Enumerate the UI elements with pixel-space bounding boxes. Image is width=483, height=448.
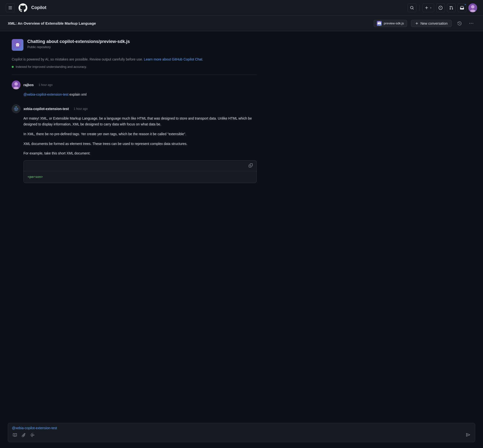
svg-point-4 bbox=[17, 44, 17, 45]
notification-dot bbox=[464, 4, 466, 6]
mention-tool-button[interactable] bbox=[30, 432, 35, 439]
book-tool-button[interactable] bbox=[12, 432, 18, 439]
bot-message-body: Arr matey! XML, or Extensible Markup Lan… bbox=[23, 116, 257, 183]
svg-point-5 bbox=[18, 44, 19, 45]
repo-name: preview-sdk.js bbox=[384, 21, 404, 25]
input-tools bbox=[12, 432, 35, 439]
indexed-dot bbox=[12, 66, 14, 68]
repo-info-text: Chatting about copilot-extensions/previe… bbox=[27, 39, 130, 49]
svg-point-8 bbox=[14, 82, 18, 86]
hamburger-button[interactable] bbox=[6, 3, 15, 12]
svg-rect-6 bbox=[17, 45, 18, 45]
indexed-badge: Indexed for improved understanding and a… bbox=[12, 65, 257, 69]
repo-badge: preview-sdk.js bbox=[374, 20, 407, 27]
disclaimer-text: Copilot is powered by AI, so mistakes ar… bbox=[12, 57, 143, 61]
code-block-header bbox=[24, 161, 257, 171]
user-message-suffix: explain xml bbox=[69, 92, 87, 96]
input-area: @xebia-copilot-extension-test bbox=[8, 423, 475, 442]
input-mention: @xebia-copilot-extension-test bbox=[12, 426, 471, 430]
app-title: Copilot bbox=[31, 5, 46, 10]
user-author: rajbos bbox=[23, 83, 34, 87]
svg-point-15 bbox=[16, 106, 16, 107]
user-message-body: @xebia-copilot-extension-test explain xm… bbox=[23, 92, 257, 98]
bot-para-2: In XML, there be no pre-defined tags. Ye… bbox=[23, 131, 257, 137]
code-block: <person> bbox=[23, 160, 257, 183]
bot-message: xebia-copilot-extension-test 1 hour ago … bbox=[12, 104, 257, 183]
repo-avatar bbox=[12, 39, 23, 51]
copy-code-button[interactable] bbox=[248, 163, 254, 169]
repo-badge-icon bbox=[377, 21, 382, 26]
top-nav-right bbox=[408, 3, 477, 12]
user-message-header: rajbos 1 hour ago bbox=[12, 81, 257, 89]
send-button[interactable] bbox=[465, 432, 471, 439]
section-separator bbox=[12, 74, 257, 75]
bot-time: 1 hour ago bbox=[74, 107, 88, 111]
user-message-avatar bbox=[12, 81, 21, 89]
bot-author: xebia-copilot-extension-test bbox=[23, 107, 69, 111]
input-toolbar bbox=[12, 432, 471, 439]
create-button[interactable] bbox=[422, 3, 434, 12]
svg-point-13 bbox=[17, 108, 18, 109]
code-content: <person> bbox=[24, 171, 257, 183]
search-button[interactable] bbox=[408, 3, 416, 12]
main-content: Chatting about copilot-extensions/previe… bbox=[0, 31, 268, 198]
top-nav-left: Copilot bbox=[6, 3, 404, 12]
repo-heading: Chatting about copilot-extensions/previe… bbox=[27, 39, 130, 44]
disclaimer-link[interactable]: Learn more about GitHub Copilot Chat. bbox=[144, 57, 203, 61]
user-avatar bbox=[468, 3, 477, 12]
svg-point-12 bbox=[15, 108, 16, 109]
bot-para-3: XML documents be formed as element trees… bbox=[23, 141, 257, 147]
inbox-button[interactable] bbox=[458, 3, 466, 12]
page-title: XML: An Overview of Extensible Markup La… bbox=[8, 21, 370, 25]
code-tag: <person> bbox=[28, 175, 43, 179]
issues-button[interactable] bbox=[436, 3, 445, 12]
sub-header: XML: An Overview of Extensible Markup La… bbox=[0, 16, 483, 31]
user-avatar-button[interactable] bbox=[468, 3, 477, 12]
svg-point-1 bbox=[471, 5, 474, 9]
user-message: rajbos 1 hour ago @xebia-copilot-extensi… bbox=[12, 81, 257, 98]
disclaimer: Copilot is powered by AI, so mistakes ar… bbox=[12, 57, 257, 62]
new-conversation-label: New conversation bbox=[421, 21, 448, 25]
attach-tool-button[interactable] bbox=[21, 432, 27, 439]
repo-info-section: Chatting about copilot-extensions/previe… bbox=[12, 39, 257, 51]
bot-message-header: xebia-copilot-extension-test 1 hour ago bbox=[12, 104, 257, 113]
user-mention-link[interactable]: @xebia-copilot-extension-test bbox=[23, 92, 69, 96]
bot-para-4: For example, take this short XML documen… bbox=[23, 151, 257, 156]
nav-divider bbox=[419, 5, 420, 11]
bot-para-1: Arr matey! XML, or Extensible Markup Lan… bbox=[23, 116, 257, 127]
new-conversation-button[interactable]: New conversation bbox=[411, 20, 452, 27]
pullrequest-button[interactable] bbox=[447, 3, 456, 12]
more-options-button[interactable] bbox=[467, 20, 475, 27]
indexed-text: Indexed for improved understanding and a… bbox=[16, 65, 87, 69]
user-message-text: @xebia-copilot-extension-test explain xm… bbox=[23, 92, 257, 98]
github-logo bbox=[19, 3, 27, 12]
user-time: 1 hour ago bbox=[39, 83, 52, 87]
history-button[interactable] bbox=[456, 20, 463, 27]
bot-avatar bbox=[12, 104, 21, 113]
top-nav: Copilot bbox=[0, 0, 483, 16]
repo-subheading: Public repository bbox=[27, 45, 130, 49]
